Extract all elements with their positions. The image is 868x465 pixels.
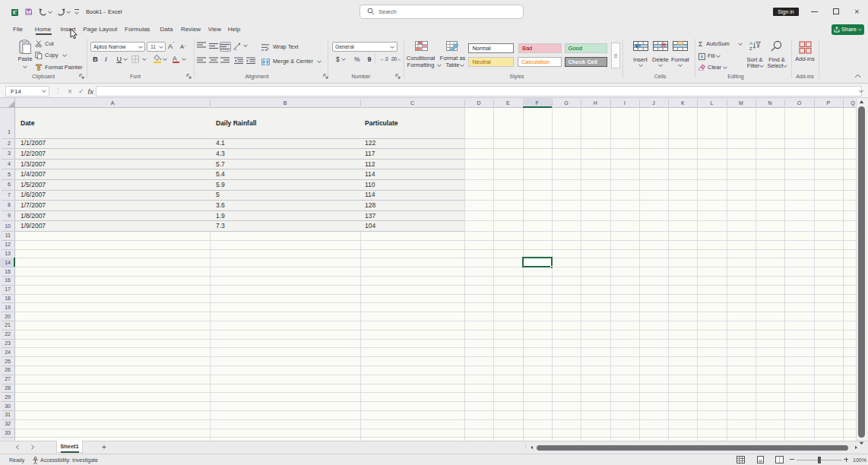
svg-text:A: A — [749, 41, 752, 46]
svg-text:Z: Z — [749, 46, 752, 51]
svg-text:X: X — [12, 10, 16, 15]
